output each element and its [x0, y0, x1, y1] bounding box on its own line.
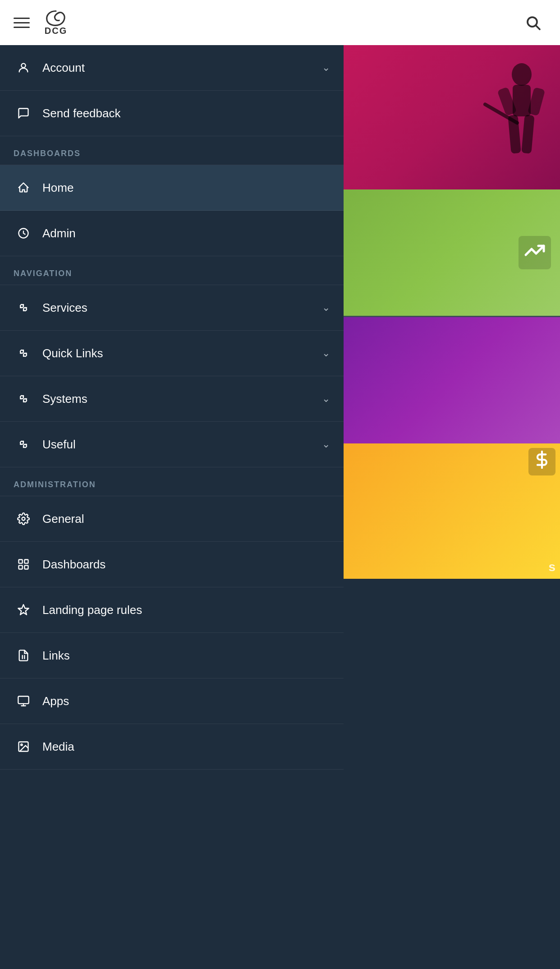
quick-links-chevron: ⌄ [322, 347, 330, 359]
general-icon [14, 509, 33, 529]
media-item[interactable]: Media [0, 724, 344, 770]
links-icon [14, 646, 33, 665]
dashboards-section-header: DASHBOARDS [0, 136, 344, 165]
svg-rect-14 [24, 565, 28, 569]
right-header [344, 0, 560, 45]
services-label: Services [42, 301, 322, 315]
apps-item[interactable]: Apps [0, 678, 344, 724]
services-icon [14, 298, 33, 318]
quick-links-item[interactable]: Quick Links ⌄ [0, 331, 344, 376]
home-label: Home [42, 181, 330, 195]
sidebar: DCG Account ⌄ Send feedback DASHBOARDS H… [0, 0, 344, 969]
links-item[interactable]: Links [0, 633, 344, 678]
services-item[interactable]: Services ⌄ [0, 285, 344, 331]
landing-page-rules-label: Landing page rules [42, 603, 330, 617]
silhouette-figure [483, 59, 560, 189]
navigation-section-header: NAVIGATION [0, 256, 344, 285]
links-label: Links [42, 649, 330, 663]
systems-item[interactable]: Systems ⌄ [0, 376, 344, 422]
feedback-icon [14, 103, 33, 123]
send-feedback-label: Send feedback [42, 106, 330, 120]
admin-label: Admin [42, 226, 330, 240]
card-green [344, 189, 560, 316]
card-yellow-text: s [548, 560, 555, 574]
useful-item[interactable]: Useful ⌄ [0, 422, 344, 467]
admin-icon [14, 223, 33, 243]
svg-point-0 [21, 64, 25, 68]
media-label: Media [42, 740, 330, 754]
send-feedback-item[interactable]: Send feedback [0, 91, 344, 136]
svg-rect-13 [19, 565, 23, 569]
apps-label: Apps [42, 694, 330, 708]
dashboards-item[interactable]: Dashboards [0, 542, 344, 587]
logo-text: DCG [45, 26, 67, 36]
general-label: General [42, 512, 330, 526]
trend-icon [519, 236, 551, 269]
svg-rect-11 [19, 560, 23, 563]
svg-rect-12 [24, 560, 28, 563]
svg-rect-18 [18, 697, 28, 704]
svg-line-24 [536, 26, 540, 29]
services-chevron: ⌄ [322, 302, 330, 314]
landing-page-rules-item[interactable]: Landing page rules [0, 587, 344, 633]
media-icon [14, 737, 33, 757]
landing-page-rules-icon [14, 600, 33, 620]
account-label: Account [42, 61, 322, 75]
logo: DCG [42, 9, 69, 36]
svg-point-22 [21, 744, 23, 746]
search-button[interactable] [519, 9, 546, 36]
apps-icon [14, 691, 33, 711]
dollar-icon [528, 448, 555, 475]
account-icon [14, 58, 33, 78]
svg-marker-15 [18, 604, 28, 614]
account-item[interactable]: Account ⌄ [0, 45, 344, 91]
dashboards-admin-label: Dashboards [42, 558, 330, 572]
svg-point-10 [22, 517, 25, 521]
account-chevron: ⌄ [322, 62, 330, 74]
header-bar: DCG [0, 0, 344, 45]
administration-section-header: ADMINISTRATION [0, 467, 344, 496]
home-item[interactable]: Home [0, 165, 344, 211]
useful-icon [14, 434, 33, 454]
systems-icon [14, 389, 33, 409]
card-yellow: s [344, 443, 560, 579]
right-panel: s [344, 0, 560, 969]
dashboards-icon [14, 554, 33, 574]
home-icon [14, 178, 33, 198]
systems-label: Systems [42, 392, 322, 406]
useful-label: Useful [42, 438, 322, 452]
hamburger-button[interactable] [14, 13, 33, 32]
card-pink [344, 45, 560, 189]
quick-links-icon [14, 343, 33, 363]
svg-point-25 [512, 63, 532, 86]
general-item[interactable]: General [0, 496, 344, 542]
svg-rect-30 [521, 115, 534, 154]
admin-item[interactable]: Admin [0, 211, 344, 256]
useful-chevron: ⌄ [322, 438, 330, 450]
systems-chevron: ⌄ [322, 393, 330, 405]
card-purple [344, 317, 560, 443]
quick-links-label: Quick Links [42, 346, 322, 360]
